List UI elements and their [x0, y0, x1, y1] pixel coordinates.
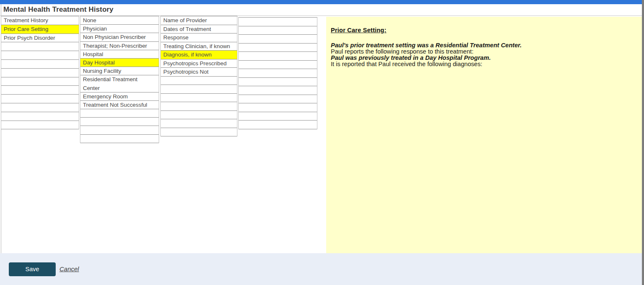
top-accent-bar [0, 0, 642, 4]
list-item-label: Prior Psych Disorder [4, 35, 55, 41]
list-item-empty [161, 94, 237, 103]
list-item-label: Dates of Treatment [163, 26, 211, 32]
list-item-label: Residential Treatment Center [83, 75, 144, 92]
prior-care-setting-option-list[interactable]: NonePhysicianNon Physician PrescriberThe… [80, 16, 159, 143]
list-item-empty [161, 128, 237, 137]
list-item[interactable]: None [80, 16, 159, 25]
list-item-empty [161, 77, 237, 85]
cancel-link[interactable]: Cancel [59, 265, 79, 272]
list-item-empty [239, 112, 317, 121]
page-title: Mental Health Treatment History [3, 5, 113, 14]
list-item[interactable]: Psychotropics Not [161, 68, 237, 77]
list-item[interactable]: Prior Care Setting [1, 25, 79, 34]
list-item-label: Psychotropics Not [163, 69, 209, 75]
list-item-label: Psychotropics Prescribed [163, 60, 227, 67]
list-item-empty [1, 42, 79, 51]
list-item-empty [161, 85, 237, 94]
list-item-label: Diagnosis, if known [163, 51, 211, 58]
list-item-empty [161, 119, 237, 128]
list-item-label: Treating Clinician, if known [163, 43, 230, 49]
list-item-label: Therapist; Non-Prescriber [83, 43, 147, 49]
list-item-empty [239, 103, 317, 112]
list-item[interactable]: Residential Treatment Center [80, 75, 159, 92]
list-item-label: Response [163, 34, 188, 41]
list-item-empty [1, 121, 79, 130]
list-item-label: Physician [83, 26, 107, 32]
list-item-empty [239, 44, 317, 52]
list-item-label: Hospital [83, 51, 103, 57]
treatment-detail-option-list[interactable]: Name of ProviderDates of TreatmentRespon… [160, 16, 237, 136]
list-item[interactable]: Prior Psych Disorder [1, 34, 79, 43]
list-item-empty [239, 78, 317, 87]
list-item[interactable]: Dates of Treatment [161, 25, 237, 34]
list-item-empty [1, 112, 79, 121]
list-item-label: Nursing Facility [83, 68, 121, 74]
list-item-empty [1, 51, 79, 60]
list-item[interactable]: Psychotropics Prescribed [161, 59, 237, 68]
list-item-empty [161, 102, 237, 111]
list-item[interactable]: Therapist; Non-Prescriber [80, 42, 159, 50]
list-item-empty [80, 118, 159, 126]
list-item-empty [1, 77, 79, 86]
list-item-empty [239, 52, 317, 61]
list-item-empty [239, 26, 317, 35]
list-item-empty [80, 135, 159, 143]
list-item-label: Prior Care Setting [4, 26, 48, 32]
list-item-empty [239, 35, 317, 44]
note-preview-panel[interactable]: Prior Care Setting: Paul's prior treatme… [326, 17, 642, 253]
list-item-empty [239, 18, 317, 26]
list-item[interactable]: Name of Provider [161, 16, 237, 25]
note-body: Paul's prior treatment setting was a Res… [331, 42, 636, 67]
list-item[interactable]: Treatment Not Successful [80, 101, 159, 109]
list-item-empty [239, 121, 317, 129]
list-item[interactable]: Day Hospital [80, 59, 159, 67]
vertical-scrollbar[interactable] [642, 0, 644, 285]
list-item-label: Day Hospital [83, 59, 115, 66]
list-item-empty [80, 126, 159, 134]
footer-bar: Save Cancel [0, 253, 642, 285]
list-item-empty [1, 69, 79, 77]
list-item-empty [80, 109, 159, 118]
list-item[interactable]: Response [161, 33, 237, 42]
treatment-history-category-list[interactable]: Treatment HistoryPrior Care SettingPrior… [1, 16, 79, 129]
list-item-label: Non Physician Prescriber [83, 34, 146, 40]
note-heading: Prior Care Setting: [331, 27, 636, 33]
list-item-label: Emergency Room [83, 93, 128, 100]
save-button[interactable]: Save [9, 262, 56, 276]
list-item-empty [1, 103, 79, 112]
list-item-empty [1, 86, 79, 95]
list-item-label: Treatment Not Successful [83, 102, 147, 108]
note-line: Paul reports the following response to t… [331, 49, 636, 55]
list-item-empty [239, 86, 317, 95]
note-line: It is reported that Paul received the fo… [331, 61, 636, 67]
note-line: Paul was previously treated in a Day Hos… [331, 55, 636, 61]
note-line: Paul's prior treatment setting was a Res… [331, 42, 636, 49]
list-item[interactable]: Diagnosis, if known [161, 51, 237, 59]
list-item-empty [1, 60, 79, 69]
extra-empty-option-list[interactable] [238, 17, 317, 129]
list-item-empty [239, 95, 317, 104]
list-item-empty [239, 69, 317, 78]
list-item-label: None [83, 17, 96, 23]
list-item[interactable]: Emergency Room [80, 92, 159, 101]
list-item-label: Treatment History [4, 17, 48, 23]
list-item[interactable]: Nursing Facility [80, 67, 159, 75]
list-item-empty [1, 95, 79, 103]
list-item[interactable]: Hospital [80, 50, 159, 59]
list-item[interactable]: Physician [80, 25, 159, 33]
list-item[interactable]: Treating Clinician, if known [161, 42, 237, 51]
list-item-empty [239, 61, 317, 69]
list-item-empty [161, 111, 237, 120]
list-item-label: Name of Provider [163, 17, 207, 23]
list-item[interactable]: Treatment History [1, 16, 79, 25]
list-item[interactable]: Non Physician Prescriber [80, 33, 159, 41]
